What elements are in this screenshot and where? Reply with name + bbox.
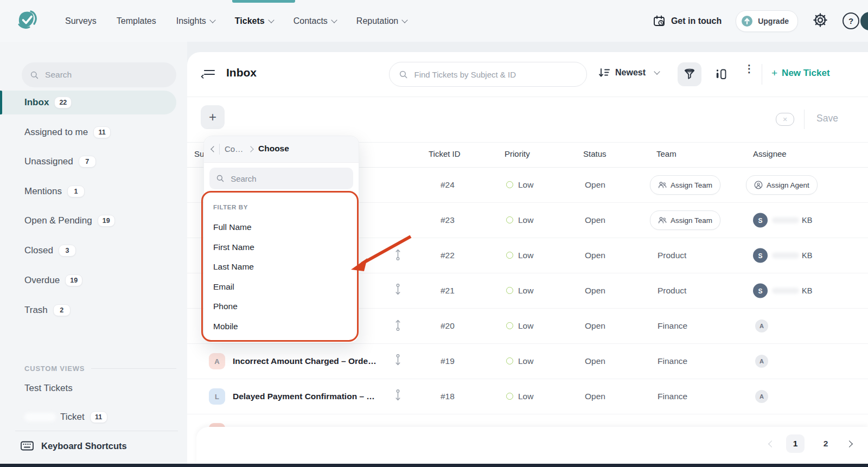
- nav-item-reputation[interactable]: Reputation: [356, 16, 407, 26]
- back-chevron-icon[interactable]: [210, 146, 216, 152]
- filter-option-phone[interactable]: Phone: [213, 302, 238, 311]
- ticket-search[interactable]: [389, 62, 587, 87]
- nav-item-insights[interactable]: Insights: [176, 16, 215, 26]
- get-in-touch-button[interactable]: Get in touch: [653, 15, 722, 28]
- priority-label: Low: [518, 321, 533, 330]
- sidebar-item-custom-ticket[interactable]: Ticket 11: [0, 405, 176, 429]
- assign-agent-button[interactable]: Assign Agent: [746, 175, 818, 195]
- assignee-avatar[interactable]: A: [755, 355, 768, 368]
- ticket-id: #22: [441, 251, 455, 260]
- priority-cell: Low: [506, 356, 533, 366]
- gear-icon: [812, 12, 828, 28]
- agent-icon: [754, 181, 763, 189]
- filter-popup-search[interactable]: [209, 168, 353, 189]
- column-header-assignee: Assignee: [753, 149, 787, 158]
- filter-popup-search-input[interactable]: [229, 174, 346, 184]
- sidebar-search[interactable]: [22, 62, 176, 87]
- page-button-1[interactable]: 1: [786, 434, 805, 453]
- board-view-button[interactable]: [709, 62, 733, 86]
- priority-cell: Low: [506, 321, 533, 331]
- sidebar-item-mentions[interactable]: Mentions 1: [0, 180, 176, 203]
- assign-team-label: Assign Team: [671, 181, 712, 189]
- priority-cell: Low: [506, 180, 533, 190]
- nav-label: Surveys: [65, 16, 97, 26]
- assignee-avatar[interactable]: A: [755, 319, 768, 332]
- keyboard-shortcuts-button[interactable]: Keyboard Shortcuts: [21, 433, 127, 458]
- ticket-id: #21: [441, 286, 455, 296]
- sidebar-item-closed[interactable]: Closed 3: [0, 239, 176, 263]
- table-row[interactable]: L Delayed Payment Confirmation – O… #18 …: [187, 379, 868, 414]
- count-badge: 19: [65, 274, 82, 286]
- search-icon: [399, 70, 407, 79]
- assign-team-button[interactable]: Assign Team: [650, 175, 720, 195]
- nav-item-contacts[interactable]: Contacts: [293, 16, 336, 26]
- settings-button[interactable]: [812, 12, 828, 30]
- divider: [187, 97, 868, 97]
- count-badge: 11: [93, 126, 111, 138]
- direction-down-icon: [394, 354, 401, 369]
- ticket-id: #19: [441, 356, 455, 366]
- upgrade-button[interactable]: Upgrade: [736, 10, 798, 32]
- sidebar-item-label: Assigned to me: [24, 127, 88, 138]
- help-button[interactable]: ?: [843, 12, 859, 29]
- nav-item-templates[interactable]: Templates: [117, 16, 156, 26]
- get-in-touch-label: Get in touch: [671, 16, 722, 26]
- assignee-avatar[interactable]: S: [753, 248, 768, 263]
- add-filter-button[interactable]: +: [201, 105, 225, 129]
- breadcrumb-parent[interactable]: Co…: [225, 144, 243, 153]
- priority-cell: Low: [506, 286, 533, 296]
- sort-dropdown[interactable]: Newest: [598, 67, 659, 78]
- filter-option-full-name[interactable]: Full Name: [213, 222, 252, 232]
- direction-down-icon: [394, 283, 401, 298]
- new-ticket-button[interactable]: + New Ticket: [771, 67, 830, 79]
- filter-option-last-name[interactable]: Last Name: [213, 262, 254, 272]
- sidebar-item-assigned-to-me[interactable]: Assigned to me 11: [0, 120, 176, 144]
- sidebar-item-overdue[interactable]: Overdue 19: [0, 268, 176, 292]
- sidebar-item-test-tickets[interactable]: Test Tickets: [0, 376, 176, 400]
- direction-up-icon: [394, 248, 401, 263]
- new-ticket-label: New Ticket: [782, 68, 830, 79]
- priority-cell: Low: [506, 251, 533, 260]
- next-page-button[interactable]: [846, 440, 853, 447]
- nav-item-tickets[interactable]: Tickets: [235, 16, 273, 26]
- filter-button[interactable]: [678, 62, 701, 86]
- priority-low-icon: [506, 216, 513, 223]
- assignee-avatar[interactable]: S: [753, 213, 768, 228]
- filter-option-first-name[interactable]: First Name: [213, 242, 254, 252]
- assignee-avatar[interactable]: A: [755, 390, 768, 403]
- filter-option-mobile[interactable]: Mobile: [213, 322, 238, 331]
- save-button[interactable]: Save: [816, 113, 838, 124]
- team-label: Product: [658, 286, 686, 296]
- board-view-icon: [714, 68, 727, 81]
- status-label: Open: [585, 286, 605, 296]
- chevron-down-icon: [654, 68, 660, 74]
- team-label: Finance: [658, 392, 687, 401]
- assign-agent-label: Assign Agent: [767, 181, 809, 189]
- sidebar-item-inbox[interactable]: Inbox 22: [0, 91, 176, 114]
- sidebar-item-unassigned[interactable]: Unassigned 7: [0, 150, 176, 174]
- count-badge: 1: [67, 185, 85, 197]
- status-label: Open: [585, 392, 605, 401]
- collapse-sidebar-button[interactable]: [201, 66, 216, 82]
- priority-low-icon: [506, 287, 513, 294]
- sidebar-search-input[interactable]: [44, 69, 168, 80]
- more-options-button[interactable]: ⋮: [744, 66, 755, 72]
- ticket-search-input[interactable]: [413, 69, 577, 80]
- filter-option-email[interactable]: Email: [213, 282, 234, 292]
- sidebar-item-label: Unassigned: [24, 156, 73, 167]
- nav-item-surveys[interactable]: Surveys: [65, 16, 97, 26]
- sidebar-item-open-pending[interactable]: Open & Pending 19: [0, 209, 176, 233]
- assignee-avatar[interactable]: S: [753, 284, 768, 298]
- previous-page-button[interactable]: [768, 440, 775, 447]
- brand-logo[interactable]: [14, 8, 40, 34]
- table-row[interactable]: A Incorrect Amount Charged – Order… #19 …: [187, 344, 868, 379]
- assign-team-button[interactable]: Assign Team: [650, 210, 720, 230]
- assignee-name-suffix: KB: [802, 216, 812, 225]
- page-button-2[interactable]: 2: [816, 434, 835, 453]
- priority-label: Low: [518, 356, 533, 366]
- sidebar-item-trash[interactable]: Trash 2: [0, 298, 176, 322]
- user-avatar[interactable]: [860, 12, 868, 30]
- divider: [804, 110, 805, 129]
- clear-filters-button[interactable]: ✕: [776, 113, 794, 126]
- sort-icon: [598, 67, 610, 78]
